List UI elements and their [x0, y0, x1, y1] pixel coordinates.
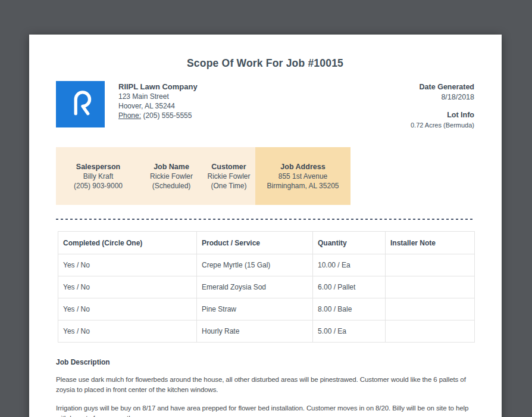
company-logo — [56, 81, 105, 127]
lot-info-label: Lot Info — [411, 110, 474, 120]
header-completed: Completed (Circle One) — [58, 232, 197, 254]
company-block: RIIPL Lawn Company 123 Main Street Hoove… — [56, 81, 198, 127]
header-installer-note: Installer Note — [386, 232, 475, 254]
cell-completed: Yes / No — [58, 276, 197, 298]
job-description-heading: Job Description — [56, 358, 474, 366]
document-page: Scope Of Work For Job #10015 RIIPL Lawn … — [29, 35, 502, 417]
document-header: RIIPL Lawn Company 123 Main Street Hoove… — [56, 81, 474, 130]
company-name: RIIPL Lawn Company — [118, 82, 198, 92]
cell-quantity: 6.00 / Pallet — [313, 276, 386, 298]
dashed-divider — [56, 219, 474, 220]
date-generated-group: Date Generated 8/18/2018 — [411, 82, 474, 102]
job-address-line1: 855 1st Avenue — [255, 172, 351, 181]
date-generated-value: 8/18/2018 — [411, 92, 474, 102]
cell-quantity: 10.00 / Ea — [313, 254, 386, 276]
company-info: RIIPL Lawn Company 123 Main Street Hoove… — [118, 81, 198, 120]
customer-name: Rickie Fowler — [202, 172, 255, 181]
job-name-status: (Scheduled) — [140, 181, 202, 191]
work-items-table: Completed (Circle One) Product / Service… — [58, 231, 475, 343]
app-background: Scope Of Work For Job #10015 RIIPL Lawn … — [0, 0, 532, 417]
date-generated-label: Date Generated — [411, 82, 474, 92]
cell-product: Crepe Myrtle (15 Gal) — [197, 254, 313, 276]
header-quantity: Quantity — [313, 232, 386, 254]
table-row: Yes / No Hourly Rate 5.00 / Ea — [58, 320, 475, 343]
job-address-label: Job Address — [255, 162, 351, 172]
customer-label: Customer — [202, 162, 255, 172]
phone-label: Phone: — [118, 111, 141, 120]
cell-product: Pine Straw — [197, 298, 313, 320]
job-name-value: Rickie Fowler — [140, 172, 202, 181]
table-header-row: Completed (Circle One) Product / Service… — [58, 232, 475, 254]
table-row: Yes / No Pine Straw 8.00 / Bale — [58, 298, 475, 320]
job-name-label: Job Name — [140, 162, 202, 172]
header-product-service: Product / Service — [197, 232, 313, 254]
salesperson-name: Billy Kraft — [56, 172, 140, 181]
cell-installer-note — [386, 254, 475, 276]
company-logo-r-icon — [63, 86, 98, 123]
salesperson-cell: Salesperson Billy Kraft (205) 903-9000 — [56, 147, 140, 205]
cell-product: Emerald Zoysia Sod — [197, 276, 313, 298]
cell-installer-note — [386, 298, 475, 320]
cell-quantity: 5.00 / Ea — [313, 320, 386, 343]
job-address-cell: Job Address 855 1st Avenue Birmingham, A… — [255, 147, 351, 205]
cell-product: Hourly Rate — [197, 320, 313, 343]
table-row: Yes / No Crepe Myrtle (15 Gal) 10.00 / E… — [58, 254, 475, 276]
customer-cell: Customer Rickie Fowler (One Time) — [202, 147, 255, 205]
salesperson-phone: (205) 903-9000 — [56, 181, 140, 191]
cell-quantity: 8.00 / Bale — [313, 298, 386, 320]
document-title: Scope Of Work For Job #10015 — [56, 35, 474, 70]
cell-installer-note — [386, 276, 475, 298]
job-info-band-light: Salesperson Billy Kraft (205) 903-9000 J… — [56, 147, 255, 205]
cell-completed: Yes / No — [58, 298, 197, 320]
lot-info-value: 0.72 Acres (Bermuda) — [411, 120, 474, 130]
job-description-paragraph-2: Irrigation guys will be buy on 8/17 and … — [56, 403, 474, 417]
cell-completed: Yes / No — [58, 320, 197, 343]
job-name-cell: Job Name Rickie Fowler (Scheduled) — [140, 147, 202, 205]
cell-completed: Yes / No — [58, 254, 197, 276]
company-phone: Phone: (205) 555-5555 — [118, 111, 198, 120]
phone-number: (205) 555-5555 — [143, 111, 192, 120]
job-description-paragraph-1: Please use dark mulch for flowerbeds aro… — [56, 375, 474, 395]
salesperson-label: Salesperson — [56, 162, 140, 172]
cell-installer-note — [386, 320, 475, 343]
meta-block: Date Generated 8/18/2018 Lot Info 0.72 A… — [411, 81, 474, 130]
customer-type: (One Time) — [202, 181, 255, 191]
company-address-line1: 123 Main Street — [118, 92, 198, 101]
lot-info-group: Lot Info 0.72 Acres (Bermuda) — [411, 110, 474, 130]
job-address-line2: Birmingham, AL 35205 — [255, 181, 351, 191]
table-row: Yes / No Emerald Zoysia Sod 6.00 / Palle… — [58, 276, 475, 298]
company-address-line2: Hoover, AL 35244 — [118, 101, 198, 111]
job-info-band: Salesperson Billy Kraft (205) 903-9000 J… — [56, 147, 474, 205]
